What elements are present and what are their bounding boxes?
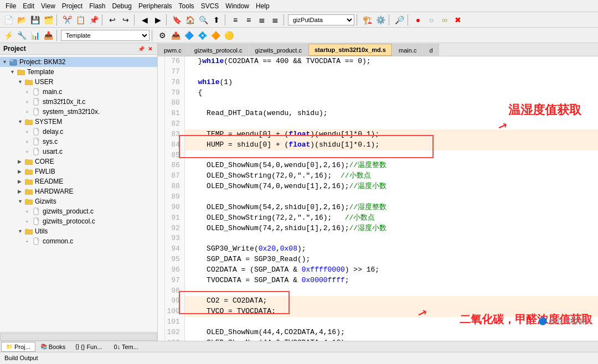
tab-4[interactable]: main.c — [393, 44, 422, 56]
code-content[interactable]: TVOCDATA = SGP_DATA & 0x0000ffff; — [184, 275, 598, 286]
tree-toggle[interactable]: ▶ — [18, 179, 24, 184]
tree-item-user-folder[interactable]: ▼USER — [0, 77, 157, 87]
code-content[interactable] — [184, 150, 598, 161]
save-all-btn[interactable]: 🗂️ — [42, 14, 54, 26]
tree-toggle[interactable]: + — [25, 89, 32, 95]
tree-item-project-root[interactable]: ▼Project: BKM32 — [0, 57, 157, 67]
code-content[interactable]: OLED_ShowString(72,0,".",16); //小数点 — [184, 171, 598, 181]
tree-item-template-root[interactable]: ▼Template — [0, 67, 157, 77]
code-content[interactable]: OLED_ShowString(72,2,".",16); //小数点 — [184, 213, 598, 223]
red-circle[interactable]: ● — [412, 14, 424, 26]
menu-view[interactable]: View — [38, 1, 59, 11]
code-content[interactable]: while(1) — [184, 77, 598, 88]
tb2-btn5[interactable]: ⚙ — [156, 29, 168, 41]
code-content[interactable]: { — [184, 88, 598, 98]
tb2-btn1[interactable]: ⚡ — [2, 29, 14, 41]
col-btn[interactable]: ≣ — [256, 14, 268, 26]
code-content[interactable]: OLED_ShowNum(74,2,shidu[1],2,16);//湿度小数 — [184, 223, 598, 234]
menu-debug[interactable]: Debug — [109, 1, 135, 11]
tree-toggle[interactable]: + — [25, 109, 32, 115]
code-content[interactable] — [184, 192, 598, 202]
tree-item-hardware-folder[interactable]: ▶HARDWARE — [0, 186, 157, 196]
tree-item-readme-folder[interactable]: ▶README — [0, 176, 157, 186]
tree-item-sys-c[interactable]: +sys.c — [0, 137, 157, 147]
cut-btn[interactable]: ✂️ — [61, 14, 73, 26]
tab-5[interactable]: d — [423, 44, 439, 56]
tb2-btn6[interactable]: 📤 — [169, 29, 182, 41]
bottom-tab-1[interactable]: 📚Books — [35, 342, 71, 352]
tb2-btn10[interactable]: 🟡 — [223, 29, 235, 41]
bottom-tab-0[interactable]: 📁Proj... — [1, 342, 35, 352]
tree-item-main-c[interactable]: +main.c — [0, 87, 157, 97]
tree-item-utils-folder[interactable]: ▼Utils — [0, 226, 157, 236]
code-content[interactable]: SGP_DATA = SGP30_Read(); — [184, 254, 598, 265]
link-btn[interactable]: ∞ — [439, 14, 451, 26]
nav-btn2[interactable]: 🏠 — [184, 14, 196, 26]
code-content[interactable]: CO2 = CO2DATA; — [184, 296, 598, 306]
tree-item-stm32-it[interactable]: +stm32f10x_it.c — [0, 97, 157, 107]
tree-toggle[interactable]: + — [25, 139, 32, 145]
code-content[interactable]: OLED_ShowNum(54,2,shidu[0],2,16);//湿度整数 — [184, 202, 598, 213]
tree-item-system-folder[interactable]: ▼SYSTEM — [0, 117, 157, 127]
bottom-tab-2[interactable]: {}{} Fun... — [70, 342, 107, 352]
code-content[interactable] — [184, 98, 598, 108]
tree-item-gizwits-protocol[interactable]: +gizwits_protocol.c — [0, 216, 157, 226]
code-content[interactable]: TEMP = wendu[0] + (float)(wendu[1]*0.1); — [184, 129, 598, 140]
menu-project[interactable]: Project — [59, 1, 86, 11]
tree-toggle[interactable]: ▼ — [2, 59, 9, 65]
tree-toggle[interactable]: + — [25, 99, 32, 105]
code-content[interactable]: }while(CO2DATA == 400 && TVOCDATA == 0); — [184, 56, 598, 67]
indent-btn[interactable]: ≡ — [229, 14, 241, 26]
nav-btn3[interactable]: 🔍 — [197, 14, 209, 26]
code-content[interactable]: HUMP = shidu[0] + (float)(shidu[1]*0.1); — [184, 140, 598, 150]
dbg-btn[interactable]: ⚙️ — [374, 14, 386, 26]
col-btn2[interactable]: ≣ — [269, 14, 281, 26]
code-content[interactable] — [184, 286, 598, 297]
nav-btn4[interactable]: ⬆ — [210, 14, 223, 26]
code-content[interactable]: OLED_ShowNum(54,0,wendu[0],2,16);//温度整数 — [184, 160, 598, 171]
unindent-btn[interactable]: ≡ — [243, 14, 255, 26]
code-editor[interactable]: 76 }while(CO2DATA == 400 && TVOCDATA == … — [158, 56, 598, 341]
template-dropdown[interactable]: Template — [61, 30, 150, 41]
menu-help[interactable]: Help — [252, 1, 273, 11]
tree-item-delay-c[interactable]: +delay.c — [0, 127, 157, 137]
search-btn[interactable]: 🔎 — [393, 14, 405, 26]
tree-toggle[interactable]: + — [25, 238, 32, 245]
tree-toggle[interactable]: ▼ — [18, 228, 24, 234]
sidebar-pin-btn[interactable]: 📌 — [137, 45, 145, 53]
code-content[interactable]: Read_DHT_Data(wendu, shidu); — [184, 108, 598, 119]
code-content[interactable] — [184, 233, 598, 244]
tree-item-usart-c[interactable]: +usart.c — [0, 147, 157, 157]
tree-toggle[interactable]: ▼ — [18, 119, 24, 124]
redo-btn[interactable]: ↪ — [120, 14, 132, 26]
tree-item-common-c[interactable]: +common.c — [0, 236, 157, 246]
sidebar-scrollbar[interactable] — [0, 333, 157, 341]
paste-btn[interactable]: 📌 — [87, 14, 100, 26]
code-content[interactable]: OLED_ShowNum(44,6,TVOCDATA,4,16); — [184, 338, 598, 341]
code-content[interactable] — [184, 317, 598, 327]
tree-toggle[interactable]: + — [25, 219, 32, 225]
open-btn[interactable]: 📂 — [16, 14, 28, 26]
nav-back-btn[interactable]: ◀ — [138, 14, 151, 26]
menu-svcs[interactable]: SVCS — [198, 1, 223, 11]
build-btn[interactable]: 🏗️ — [361, 14, 373, 26]
tab-2[interactable]: gizwits_product.c — [249, 44, 308, 56]
code-content[interactable]: SGP30_Write(0x20,0x08); — [184, 244, 598, 254]
tab-3[interactable]: startup_stm32f10x_md.s — [308, 44, 392, 56]
tree-toggle[interactable]: + — [25, 209, 32, 215]
tree-toggle[interactable]: ▼ — [10, 69, 17, 75]
code-content[interactable]: CO2DATA = (SGP_DATA & 0xffff0000) >> 16; — [184, 265, 598, 275]
tree-item-system-stm32[interactable]: +system_stm32f10x. — [0, 107, 157, 117]
nav-fwd-btn[interactable]: ▶ — [152, 14, 164, 26]
menu-file[interactable]: File — [2, 1, 19, 11]
code-content[interactable]: OLED_ShowNum(44,4,CO2DATA,4,16); — [184, 327, 598, 338]
code-content[interactable]: TVCO = TVOCDATA; — [184, 306, 598, 317]
bottom-tab-3[interactable]: 0↓ Tem... — [107, 342, 143, 352]
tab-1[interactable]: gizwits_protocol.c — [188, 44, 249, 56]
tree-item-gizwits-product[interactable]: +gizwits_product.c — [0, 206, 157, 216]
tb2-btn4[interactable]: 📥 — [42, 29, 54, 41]
tree-toggle[interactable]: ▶ — [18, 159, 24, 164]
code-content[interactable] — [184, 119, 598, 129]
menu-window[interactable]: Window — [222, 1, 252, 11]
menu-flash[interactable]: Flash — [86, 1, 109, 11]
